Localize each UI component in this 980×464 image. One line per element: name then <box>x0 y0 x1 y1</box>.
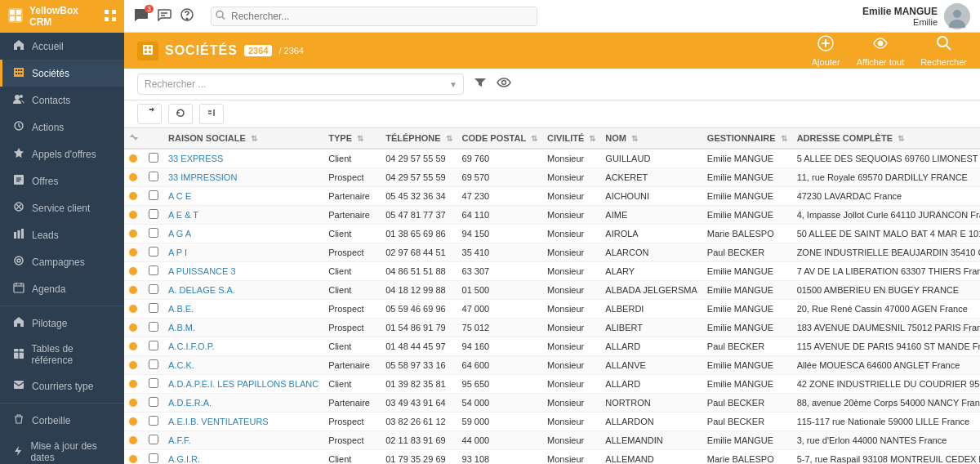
topbar-search[interactable] <box>211 7 537 26</box>
sidebar-item-offres[interactable]: Offres <box>0 167 124 194</box>
row-checkbox-cell[interactable] <box>144 431 163 450</box>
col-header-codepostal[interactable]: CODE POSTAL ⇅ <box>457 128 543 149</box>
refresh-btn[interactable] <box>168 104 193 124</box>
row-adresse: 5-7, rue Raspail 93108 MONTREUIL CEDEX F… <box>792 450 980 465</box>
row-checkbox[interactable] <box>149 228 158 238</box>
row-adresse: 4, Impasse Jollot Curle 64110 JURANCON F… <box>792 206 980 225</box>
sidebar-item-corbeille[interactable]: Corbeille <box>0 407 124 434</box>
row-adresse: 11, rue Royale 69570 DARDILLY FRANCE <box>792 168 980 187</box>
row-civilite: Monsieur <box>542 319 600 337</box>
row-checkbox[interactable] <box>149 265 158 275</box>
row-checkbox-cell[interactable] <box>144 187 163 206</box>
row-checkbox[interactable] <box>149 322 158 332</box>
row-checkbox[interactable] <box>149 341 158 350</box>
col-header-type[interactable]: TYPE ⇅ <box>323 128 381 149</box>
svg-point-28 <box>17 259 20 262</box>
columns-btn[interactable] <box>199 104 224 124</box>
sidebar-item-contacts[interactable]: Contacts <box>0 87 124 114</box>
row-codepostal: 63 307 <box>457 262 543 281</box>
col-header-civilite[interactable]: CIVILITÉ ⇅ <box>542 128 600 149</box>
row-adresse: 20, Rue René Cassin 47000 AGEN France <box>792 300 980 319</box>
col-header-telephone[interactable]: TÉLÉPHONE ⇅ <box>381 128 457 149</box>
sidebar-item-pilotage[interactable]: Pilotage <box>0 310 124 337</box>
search-dropdown[interactable]: Rechercher ... ▼ <box>137 74 464 95</box>
row-checkbox[interactable] <box>149 378 158 388</box>
row-checkbox[interactable] <box>149 359 158 369</box>
row-nom: ALLEMAND <box>600 450 702 465</box>
col-header-adresse[interactable]: ADRESSE COMPLÈTE ⇅ <box>792 128 980 149</box>
row-checkbox-cell[interactable] <box>144 225 163 243</box>
row-status-dot <box>129 342 137 350</box>
row-checkbox[interactable] <box>149 172 158 181</box>
sidebar-item-tables-ref[interactable]: Tables de référence <box>0 337 124 373</box>
row-checkbox-cell[interactable] <box>144 262 163 281</box>
col-header-gestionnaire[interactable]: GESTIONNAIRE ⇅ <box>702 128 792 149</box>
row-adresse: 47230 LAVARDAC France <box>792 187 980 206</box>
table-row: A.G.I.R. Client 01 79 35 29 69 93 108 Mo… <box>124 450 980 465</box>
row-checkbox[interactable] <box>149 284 158 294</box>
sidebar-item-actions[interactable]: Actions <box>0 114 124 141</box>
sidebar-item-accueil[interactable]: Accueil <box>0 33 124 60</box>
col-header-raison[interactable]: RAISON SOCIALE ⇅ <box>163 128 323 149</box>
row-checkbox[interactable] <box>149 453 158 463</box>
sidebar-item-societes[interactable]: Sociétés <box>0 60 124 87</box>
row-checkbox-cell[interactable] <box>144 149 163 168</box>
sidebar-item-courriers[interactable]: Courriers type <box>0 373 124 399</box>
row-checkbox[interactable] <box>149 190 158 200</box>
topbar-icons: 3 <box>134 7 194 25</box>
row-checkbox-cell[interactable] <box>144 394 163 413</box>
svg-rect-26 <box>21 229 24 239</box>
row-checkbox-cell[interactable] <box>144 375 163 394</box>
app-name: YellowBox CRM <box>29 5 98 28</box>
sidebar-item-agenda[interactable]: Agenda <box>0 275 124 302</box>
col-header-nom[interactable]: NOM ⇅ <box>600 128 702 149</box>
topbar-search-input[interactable] <box>211 7 537 26</box>
help-icon[interactable] <box>180 7 194 25</box>
row-type: Prospect <box>323 319 381 337</box>
row-dot-cell <box>124 168 144 187</box>
row-checkbox[interactable] <box>149 416 158 426</box>
row-checkbox-cell[interactable] <box>144 356 163 375</box>
row-checkbox[interactable] <box>149 435 158 444</box>
messages-icon[interactable]: 3 <box>134 8 149 25</box>
row-checkbox-cell[interactable] <box>144 243 163 262</box>
sidebar-label-leads: Leads <box>32 230 59 241</box>
page-header-actions: Ajouter Afficher tout Rechercher <box>812 35 967 67</box>
row-gestionnaire: Emilie MANGUE <box>702 262 792 281</box>
sidebar-item-maj-dates[interactable]: Mise à jour des dates <box>0 434 124 464</box>
show-all-button[interactable]: Afficher tout <box>857 35 905 67</box>
row-raison: A.E.I.B. VENTILATEURS <box>163 413 323 431</box>
row-gestionnaire: Paul BECKER <box>702 394 792 413</box>
chat-icon[interactable] <box>157 8 172 25</box>
table-row: 33 IMPRESSION Prospect 04 29 57 55 59 69… <box>124 168 980 187</box>
search-button[interactable]: Rechercher <box>920 35 967 67</box>
table-row: A PUISSANCE 3 Client 04 86 51 51 88 63 3… <box>124 262 980 281</box>
row-checkbox-cell[interactable] <box>144 450 163 465</box>
row-checkbox-cell[interactable] <box>144 413 163 431</box>
sidebar-item-service[interactable]: Service client <box>0 194 124 221</box>
filter-icon[interactable] <box>474 77 487 91</box>
sidebar-item-leads[interactable]: Leads <box>0 221 124 248</box>
row-checkbox-cell[interactable] <box>144 281 163 300</box>
sidebar-item-campagnes[interactable]: Campagnes <box>0 248 124 275</box>
row-civilite: Monsieur <box>542 375 600 394</box>
sort-btn[interactable] <box>137 104 162 124</box>
page-title: SOCIÉTÉS <box>165 43 238 58</box>
row-checkbox-cell[interactable] <box>144 337 163 356</box>
row-checkbox-cell[interactable] <box>144 168 163 187</box>
row-checkbox[interactable] <box>149 153 158 163</box>
row-checkbox-cell[interactable] <box>144 300 163 319</box>
add-button[interactable]: Ajouter <box>812 35 840 67</box>
sidebar-logo[interactable]: YellowBox CRM <box>0 0 124 33</box>
row-checkbox[interactable] <box>149 209 158 219</box>
search-select[interactable]: Rechercher ... <box>137 74 464 95</box>
row-checkbox-cell[interactable] <box>144 319 163 337</box>
eye-icon[interactable] <box>497 77 511 91</box>
logo-icon <box>8 8 23 25</box>
sidebar-label-maj: Mise à jour des dates <box>30 440 114 463</box>
row-checkbox-cell[interactable] <box>144 206 163 225</box>
row-checkbox[interactable] <box>149 397 158 407</box>
row-checkbox[interactable] <box>149 303 158 313</box>
row-checkbox[interactable] <box>149 247 158 257</box>
sidebar-item-appels[interactable]: Appels d'offres <box>0 141 124 167</box>
